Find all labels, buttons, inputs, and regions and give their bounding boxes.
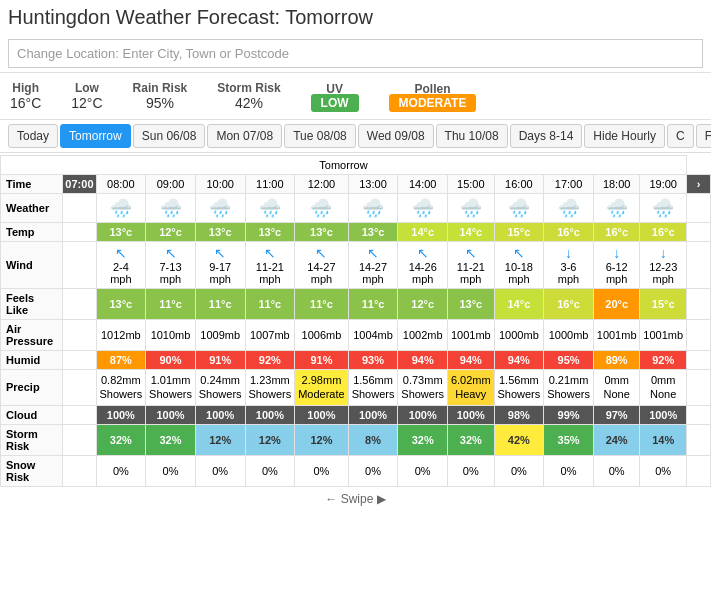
wind-cell: ↖10-18mph (494, 242, 544, 289)
humidity-cell: 94% (398, 351, 448, 370)
wind-cell: ↖14-27mph (348, 242, 398, 289)
weather-cell: 🌧️ (245, 194, 295, 223)
tab-bar: TodayTomorrowSun 06/08Mon 07/08Tue 08/08… (0, 120, 711, 153)
weather-cell: 🌧️ (96, 194, 146, 223)
wind-cell: ↖2-4mph (96, 242, 146, 289)
tab-hide-hourly[interactable]: Hide Hourly (584, 124, 665, 148)
temp-cell: 13°c (295, 223, 349, 242)
tab-sun-06/08[interactable]: Sun 06/08 (133, 124, 206, 148)
precip-cell: 2.98mmModerate (295, 370, 349, 406)
feels-like-cell: 11°c (295, 289, 349, 320)
high-summary: High 16°C (10, 81, 41, 111)
snow-risk-cell: 0% (593, 455, 640, 486)
wind-cell: ↖11-21mph (448, 242, 495, 289)
cloud-cell: 100% (448, 405, 495, 424)
feels-like-cell: 16°c (544, 289, 594, 320)
snow-risk-cell: 0% (195, 455, 245, 486)
temp-cell: 13°c (195, 223, 245, 242)
prev-button[interactable]: 07:00 (63, 175, 96, 194)
cloud-cell: 100% (348, 405, 398, 424)
tab-c[interactable]: C (667, 124, 694, 148)
tab-wed-09/08[interactable]: Wed 09/08 (358, 124, 434, 148)
storm-risk-cell: 12% (195, 424, 245, 455)
weather-cell: 🌧️ (398, 194, 448, 223)
next-button[interactable]: › (687, 175, 711, 194)
storm-risk-cell: 35% (544, 424, 594, 455)
air-pressure-cell: 1007mb (245, 320, 295, 351)
wind-cell: ↖14-26mph (398, 242, 448, 289)
summary-row: High 16°C Low 12°C Rain Risk 95% Storm R… (0, 72, 711, 120)
humidity-cell: 87% (96, 351, 146, 370)
temp-cell: 13°c (96, 223, 146, 242)
humidity-cell: 94% (494, 351, 544, 370)
weather-cell: 🌧️ (295, 194, 349, 223)
temp-cell: 13°c (348, 223, 398, 242)
storm-risk-cell: 14% (640, 424, 687, 455)
tab-mon-07/08[interactable]: Mon 07/08 (207, 124, 282, 148)
feels-like-cell: 20°c (593, 289, 640, 320)
snow-risk-cell: 0% (245, 455, 295, 486)
precip-cell: 0mmNone (640, 370, 687, 406)
storm-risk-cell: 8% (348, 424, 398, 455)
rain-risk-summary: Rain Risk 95% (133, 81, 188, 111)
precip-cell: 0.24mmShowers (195, 370, 245, 406)
snow-risk-cell: 0% (398, 455, 448, 486)
air-pressure-cell: 1000mb (544, 320, 594, 351)
air-pressure-cell: 1000mb (494, 320, 544, 351)
pollen-summary: Pollen MODERATE (389, 82, 477, 110)
tab-thu-10/08[interactable]: Thu 10/08 (436, 124, 508, 148)
precip-cell: 0.21mmShowers (544, 370, 594, 406)
storm-risk-cell: 12% (295, 424, 349, 455)
feels-like-row-label: FeelsLike (1, 289, 63, 320)
wind-cell: ↖14-27mph (295, 242, 349, 289)
cloud-cell: 100% (295, 405, 349, 424)
precip-cell: 0.82mmShowers (96, 370, 146, 406)
storm-risk-cell: 32% (146, 424, 196, 455)
temp-cell: 14°c (448, 223, 495, 242)
time-label: Time (1, 175, 63, 194)
humidity-cell: 92% (640, 351, 687, 370)
humidity-cell: 94% (448, 351, 495, 370)
wind-row-label: Wind (1, 242, 63, 289)
location-input[interactable]: Change Location: Enter City, Town or Pos… (8, 39, 703, 68)
air-pressure-cell: 1004mb (348, 320, 398, 351)
tab-days-8-14[interactable]: Days 8-14 (510, 124, 583, 148)
storm-risk-cell: 32% (398, 424, 448, 455)
cloud-cell: 100% (195, 405, 245, 424)
air-pressure-cell: 1010mb (146, 320, 196, 351)
feels-like-cell: 11°c (348, 289, 398, 320)
tab-f[interactable]: F (696, 124, 711, 148)
temp-cell: 16°c (544, 223, 594, 242)
snow-risk-cell: 0% (544, 455, 594, 486)
tab-tomorrow[interactable]: Tomorrow (60, 124, 131, 148)
air-pressure-cell: 1001mb (448, 320, 495, 351)
temp-cell: 16°c (640, 223, 687, 242)
feels-like-cell: 15°c (640, 289, 687, 320)
tab-today[interactable]: Today (8, 124, 58, 148)
air-pressure-cell: 1001mb (593, 320, 640, 351)
temp-row-label: Temp (1, 223, 63, 242)
air-pressure-cell: 1006mb (295, 320, 349, 351)
snow-risk-cell: 0% (494, 455, 544, 486)
precip-cell: 6.02mmHeavy (448, 370, 495, 406)
cloud-cell: 100% (640, 405, 687, 424)
temp-cell: 14°c (398, 223, 448, 242)
snow-risk-cell: 0% (96, 455, 146, 486)
swipe-label: ← Swipe ▶ (0, 487, 711, 511)
humidity-cell: 92% (245, 351, 295, 370)
tab-tue-08/08[interactable]: Tue 08/08 (284, 124, 356, 148)
humidity-cell: 91% (295, 351, 349, 370)
humidity-row-label: Humid (1, 351, 63, 370)
wind-cell: ↖7-13mph (146, 242, 196, 289)
snow-risk-row-label: SnowRisk (1, 455, 63, 486)
feels-like-cell: 12°c (398, 289, 448, 320)
air-pressure-row-label: AirPressure (1, 320, 63, 351)
weather-cell: 🌧️ (146, 194, 196, 223)
feels-like-cell: 11°c (195, 289, 245, 320)
humidity-cell: 95% (544, 351, 594, 370)
cloud-row-label: Cloud (1, 405, 63, 424)
wind-cell: ↓12-23mph (640, 242, 687, 289)
low-summary: Low 12°C (71, 81, 102, 111)
humidity-cell: 89% (593, 351, 640, 370)
precip-row-label: Precip (1, 370, 63, 406)
